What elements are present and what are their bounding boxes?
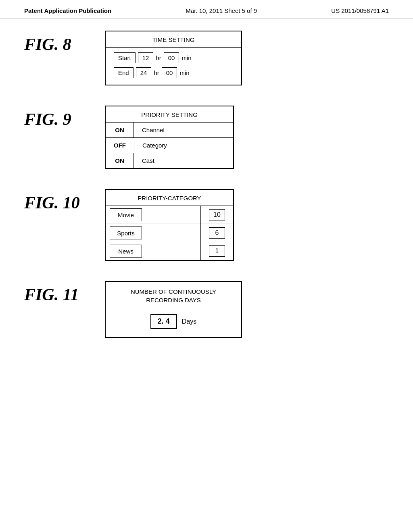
- fig9-title: PRIORITY SETTING: [106, 106, 233, 123]
- time-start-hour[interactable]: 12: [138, 52, 154, 63]
- page-header: Patent Application Publication Mar. 10, …: [0, 0, 413, 19]
- fig8-label: FIG. 8: [24, 31, 89, 54]
- category-movie-right: 10: [201, 206, 233, 224]
- figure-8-row: FIG. 8 TIME SETTING Start 12 hr 00 min E…: [24, 31, 389, 85]
- time-min-label-1: min: [181, 54, 191, 61]
- time-min-label-2: min: [179, 69, 189, 76]
- category-news-value: 1: [209, 245, 225, 257]
- fig8-diagram: TIME SETTING Start 12 hr 00 min End 24 h…: [105, 31, 242, 85]
- fig8-title: TIME SETTING: [106, 31, 241, 48]
- fig11-title-text: NUMBER OF CONTINUOUSLYRECORDING DAYS: [131, 288, 216, 303]
- time-end-minute[interactable]: 00: [162, 67, 177, 78]
- priority-channel-name: Channel: [134, 123, 233, 137]
- fig9-label: FIG. 9: [24, 106, 89, 129]
- priority-category-name: Category: [134, 138, 233, 153]
- time-start-label: Start: [114, 52, 136, 63]
- figure-10-row: FIG. 10 PRIORITY-CATEGORY Movie 10: [24, 189, 389, 261]
- category-sports-right: 6: [201, 224, 233, 242]
- figure-9-row: FIG. 9 PRIORITY SETTING ON Channel OFF C…: [24, 106, 389, 169]
- fig11-label: FIG. 11: [24, 281, 89, 304]
- header-left: Patent Application Publication: [24, 7, 111, 14]
- time-hr-label-2: hr: [154, 69, 159, 76]
- priority-row-channel: ON Channel: [106, 123, 233, 138]
- fig8-rows: Start 12 hr 00 min End 24 hr 00 min: [106, 48, 241, 85]
- fig10-label: FIG. 10: [24, 189, 89, 212]
- recording-value[interactable]: 2. 4: [150, 314, 177, 329]
- fig9-rows: ON Channel OFF Category ON Cast: [106, 123, 233, 168]
- category-sports-name: Sports: [110, 227, 142, 239]
- main-content: FIG. 8 TIME SETTING Start 12 hr 00 min E…: [0, 19, 413, 350]
- priority-cast-name: Cast: [134, 153, 233, 168]
- category-sports-left: Sports: [106, 224, 200, 242]
- figure-11-row: FIG. 11 NUMBER OF CONTINUOUSLYRECORDING …: [24, 281, 389, 338]
- priority-channel-status: ON: [106, 123, 134, 137]
- fig11-title: NUMBER OF CONTINUOUSLYRECORDING DAYS: [106, 282, 241, 308]
- time-end-label: End: [114, 67, 133, 78]
- category-movie-name: Movie: [110, 208, 142, 221]
- header-right: US 2011/0058791 A1: [331, 7, 389, 14]
- header-center: Mar. 10, 2011 Sheet 5 of 9: [186, 7, 257, 14]
- priority-row-category: OFF Category: [106, 138, 233, 153]
- priority-cast-status: ON: [106, 153, 134, 168]
- fig10-title: PRIORITY-CATEGORY: [106, 190, 233, 206]
- fig9-diagram: PRIORITY SETTING ON Channel OFF Category…: [105, 106, 234, 169]
- time-row-start: Start 12 hr 00 min: [114, 52, 233, 63]
- fig11-diagram: NUMBER OF CONTINUOUSLYRECORDING DAYS 2. …: [105, 281, 242, 338]
- fig11-content: 2. 4 Days: [106, 308, 241, 337]
- fig10-diagram: PRIORITY-CATEGORY Movie 10 Sports: [105, 189, 234, 261]
- category-row-sports: Sports 6: [106, 224, 233, 242]
- category-news-left: News: [106, 242, 200, 260]
- time-end-hour[interactable]: 24: [136, 67, 152, 78]
- category-movie-value: 10: [209, 209, 225, 220]
- category-movie-left: Movie: [106, 206, 200, 224]
- priority-category-status: OFF: [106, 138, 134, 153]
- category-news-right: 1: [201, 242, 233, 260]
- recording-unit: Days: [182, 318, 196, 325]
- priority-row-cast: ON Cast: [106, 153, 233, 168]
- category-news-name: News: [110, 245, 142, 258]
- time-start-minute[interactable]: 00: [164, 52, 179, 63]
- time-row-end: End 24 hr 00 min: [114, 67, 233, 78]
- category-sports-value: 6: [209, 227, 225, 239]
- fig10-rows: Movie 10 Sports 6: [106, 206, 233, 260]
- category-row-news: News 1: [106, 242, 233, 260]
- category-row-movie: Movie 10: [106, 206, 233, 224]
- time-hr-label-1: hr: [156, 54, 161, 61]
